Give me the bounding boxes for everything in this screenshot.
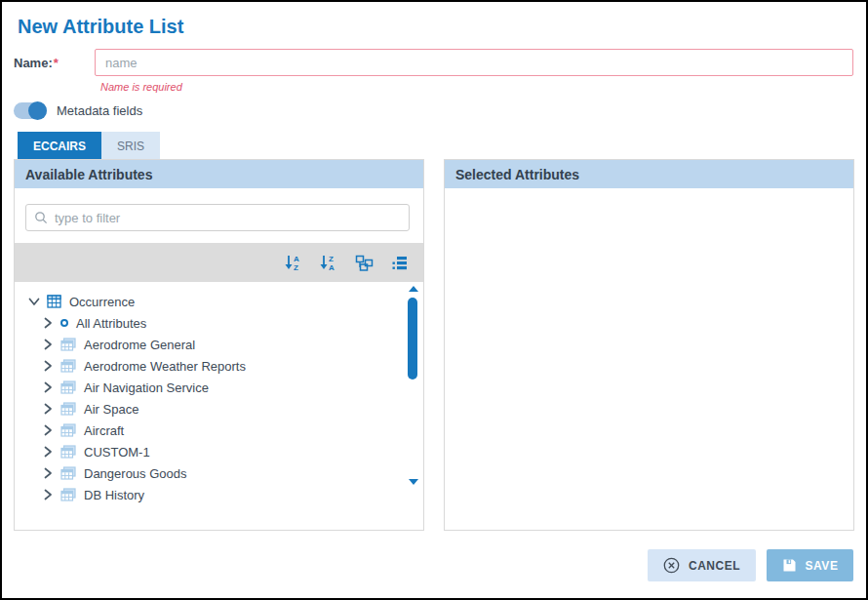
- svg-text:Z: Z: [329, 255, 334, 263]
- chevron-icon[interactable]: [42, 446, 54, 458]
- svg-text:A: A: [294, 255, 299, 263]
- toggle-knob: [28, 101, 47, 120]
- chevron-icon[interactable]: [42, 360, 54, 372]
- stacked-tables-icon: [60, 466, 76, 480]
- metadata-fields-toggle[interactable]: [14, 102, 47, 119]
- chevron-icon[interactable]: [42, 381, 54, 393]
- filter-input[interactable]: [55, 211, 401, 225]
- tree-item-label: Occurrence: [69, 295, 135, 309]
- chevron-icon[interactable]: [42, 424, 54, 436]
- tree-item[interactable]: Air Navigation Service: [15, 377, 423, 398]
- tree-item-label: All Attributes: [76, 316, 146, 331]
- chevron-icon[interactable]: [28, 296, 40, 307]
- selected-attributes-header: Selected Attributes: [445, 160, 853, 188]
- tree-item[interactable]: Aerodrome General: [15, 334, 423, 355]
- metadata-toggle-row: Metadata fields: [14, 100, 142, 120]
- source-tabs: ECCAIRS SRIS: [18, 132, 160, 160]
- tree-item[interactable]: All Attributes: [15, 312, 423, 334]
- tree-item-label: Air Space: [84, 402, 138, 417]
- name-input[interactable]: [95, 49, 853, 76]
- new-attribute-list-dialog: New Attribute List Name:* Name is requir…: [0, 0, 868, 600]
- sort-ascending-icon[interactable]: A Z: [283, 253, 304, 272]
- tree-item-label: Air Navigation Service: [84, 380, 209, 395]
- page-title: New Attribute List: [18, 16, 183, 38]
- cancel-button-label: CANCEL: [689, 559, 740, 573]
- table-icon: [47, 295, 61, 308]
- tree-scrollbar[interactable]: [407, 284, 418, 502]
- metadata-toggle-label: Metadata fields: [57, 103, 142, 118]
- scroll-up-arrow-icon[interactable]: [409, 286, 418, 292]
- svg-text:A: A: [329, 263, 335, 271]
- save-button[interactable]: SAVE: [767, 549, 853, 581]
- cancel-button[interactable]: CANCEL: [648, 549, 756, 581]
- tree-item[interactable]: DB History: [15, 484, 423, 504]
- attribute-tree-viewport: Occurrence All Attributes: [15, 282, 423, 504]
- save-floppy-icon: [782, 558, 797, 573]
- tree-toolbar: A Z Z A: [15, 243, 423, 282]
- stacked-tables-icon: [60, 488, 76, 501]
- hierarchy-view-icon[interactable]: [353, 253, 375, 272]
- tree-item-label: Aerodrome Weather Reports: [84, 359, 246, 374]
- name-error-message: Name is required: [100, 81, 182, 93]
- tree-item[interactable]: Air Space: [15, 398, 423, 420]
- svg-text:Z: Z: [294, 263, 298, 271]
- stacked-tables-icon: [60, 359, 76, 373]
- chevron-icon[interactable]: [42, 467, 54, 479]
- tree-item[interactable]: Aircraft: [15, 420, 423, 441]
- tree-item-label: Dangerous Goods: [84, 466, 187, 481]
- tree-item-label: DB History: [84, 488, 144, 502]
- footer-actions: CANCEL SAVE: [648, 549, 853, 581]
- required-asterisk: *: [54, 56, 59, 70]
- tree-item-label: CUSTOM-1: [84, 445, 150, 460]
- stacked-tables-icon: [60, 380, 76, 394]
- stacked-tables-icon: [60, 423, 76, 437]
- chevron-icon[interactable]: [42, 317, 54, 329]
- available-attributes-panel: Available Attributes A Z: [14, 159, 424, 531]
- scroll-down-arrow-icon[interactable]: [409, 479, 418, 485]
- tab-sris[interactable]: SRIS: [101, 132, 160, 160]
- tree-item[interactable]: CUSTOM-1: [15, 441, 423, 462]
- attribute-tree: Occurrence All Attributes: [15, 282, 423, 504]
- tree-item[interactable]: Aerodrome Weather Reports: [15, 355, 423, 377]
- name-label-text: Name:: [14, 56, 53, 70]
- tree-item-label: Aerodrome General: [84, 338, 195, 352]
- flat-list-view-icon[interactable]: [388, 253, 410, 272]
- tree-item[interactable]: Dangerous Goods: [15, 462, 423, 484]
- stacked-tables-icon: [60, 445, 76, 459]
- sort-descending-icon[interactable]: Z A: [318, 253, 339, 272]
- scrollbar-thumb[interactable]: [408, 298, 417, 380]
- selected-attributes-panel: Selected Attributes: [444, 159, 854, 531]
- chevron-icon[interactable]: [42, 339, 54, 350]
- tab-eccairs[interactable]: ECCAIRS: [18, 132, 101, 160]
- save-button-label: SAVE: [806, 559, 839, 573]
- stacked-tables-icon: [60, 338, 76, 351]
- stacked-tables-icon: [60, 402, 76, 416]
- cancel-circle-x-icon: [663, 557, 680, 574]
- attribute-filter-box: [25, 204, 410, 231]
- chevron-icon[interactable]: [42, 403, 54, 415]
- name-field-label: Name:*: [14, 56, 59, 70]
- tree-item-label: Aircraft: [84, 423, 124, 438]
- tree-item[interactable]: Occurrence: [15, 291, 423, 312]
- available-attributes-header: Available Attributes: [15, 160, 423, 188]
- attribute-bullet-icon: [60, 319, 68, 327]
- search-icon: [34, 211, 48, 224]
- chevron-icon[interactable]: [42, 489, 54, 500]
